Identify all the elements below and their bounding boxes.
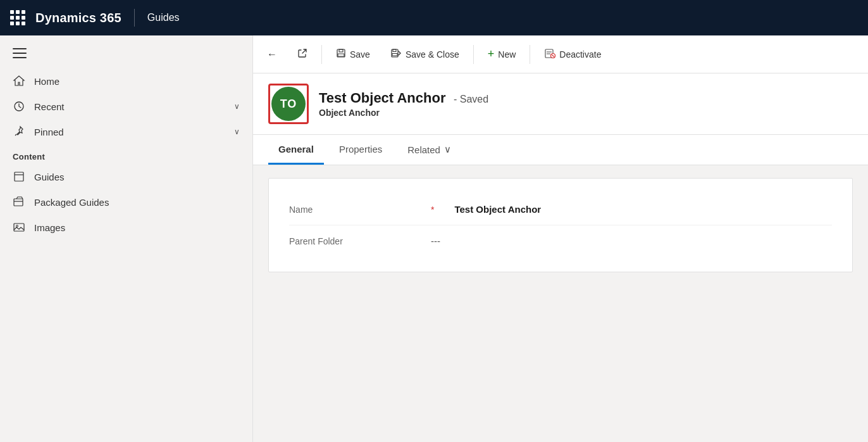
form-row-parent-folder: Parent Folder --- [289,225,832,256]
svg-rect-8 [337,49,345,57]
home-icon [13,75,25,87]
section-title: Guides [147,12,180,23]
back-icon: ← [267,49,277,60]
svg-rect-6 [14,224,24,231]
toolbar-divider-1 [321,45,322,64]
deactivate-label: Deactivate [559,49,601,60]
sidebar-item-images[interactable]: Images [0,215,252,240]
record-title: Test Object Anchor [319,90,445,106]
sidebar-guides-label: Guides [34,172,240,182]
images-icon [13,221,25,234]
record-type: Object Anchor [319,108,488,118]
svg-line-1 [15,134,16,136]
sidebar-item-guides[interactable]: Guides [0,164,252,189]
new-label: New [498,49,516,60]
sidebar-item-packaged-guides[interactable]: Packaged Guides [0,189,252,215]
name-required-indicator: * [431,205,434,215]
open-in-new-button[interactable] [288,43,316,66]
avatar: TO [271,87,306,121]
record-info: Test Object Anchor - Saved Object Anchor [319,90,488,118]
save-close-button[interactable]: Save & Close [381,43,468,66]
svg-rect-2 [15,172,23,181]
hamburger-icon [13,48,27,58]
app-launcher-button[interactable] [10,10,25,25]
toolbar-divider-3 [530,45,530,64]
app-title: Dynamics 365 [35,11,121,25]
sidebar-item-pinned[interactable]: Pinned ∨ [0,119,252,144]
sidebar-packaged-guides-label: Packaged Guides [34,197,240,208]
back-button[interactable]: ← [258,44,286,65]
tabs-bar: General Properties Related ∨ [253,135,868,165]
save-icon [336,48,346,61]
save-close-icon [390,48,402,61]
svg-point-7 [16,225,18,227]
content-section-title: Content [0,144,252,164]
form-area: Name * Test Object Anchor Parent Folder … [253,165,868,442]
form-row-name: Name * Test Object Anchor [289,194,832,225]
save-label: Save [350,49,370,60]
parent-folder-value[interactable]: --- [431,236,440,246]
pin-icon [13,125,25,138]
name-label: Name [289,205,416,215]
tab-properties[interactable]: Properties [329,135,392,165]
avatar-initials: TO [280,98,297,111]
record-title-line: Test Object Anchor - Saved [319,90,488,106]
avatar-container[interactable]: TO [268,84,309,124]
record-saved-status: - Saved [454,94,488,104]
svg-rect-13 [392,53,397,56]
pinned-chevron-icon: ∨ [234,127,240,136]
sidebar-home-label: Home [34,76,240,87]
clock-icon [13,100,25,113]
related-chevron-icon: ∨ [444,144,451,155]
deactivate-icon [544,48,555,61]
toolbar-divider-2 [473,45,474,64]
deactivate-button[interactable]: Deactivate [535,43,610,66]
plus-icon: + [488,47,495,61]
recent-chevron-icon: ∨ [234,102,240,111]
sidebar-item-home[interactable]: Home [0,68,252,94]
sidebar: Home Recent ∨ Pinned ∨ Content [0,35,253,442]
record-header: TO Test Object Anchor - Saved Object Anc… [253,73,868,135]
new-button[interactable]: + New [479,42,525,66]
svg-rect-4 [14,199,23,206]
open-new-icon [297,48,307,61]
form-card: Name * Test Object Anchor Parent Folder … [268,178,853,272]
sidebar-pinned-label: Pinned [34,127,225,137]
sidebar-images-label: Images [34,222,240,233]
sidebar-recent-label: Recent [34,101,225,112]
tab-general[interactable]: General [268,135,324,165]
save-close-label: Save & Close [406,49,459,60]
save-button[interactable]: Save [327,43,379,66]
hamburger-menu-button[interactable] [0,43,252,68]
tab-related[interactable]: Related ∨ [397,135,461,165]
parent-folder-label: Parent Folder [289,236,416,246]
main-content: ← Save [253,35,868,442]
packaged-guides-icon [13,196,25,208]
toolbar: ← Save [253,35,868,73]
sidebar-item-recent[interactable]: Recent ∨ [0,94,252,119]
svg-rect-10 [338,54,344,56]
top-navigation: Dynamics 365 Guides [0,0,868,35]
name-value[interactable]: Test Object Anchor [454,204,541,215]
nav-divider [134,9,135,27]
guides-icon [13,170,25,183]
